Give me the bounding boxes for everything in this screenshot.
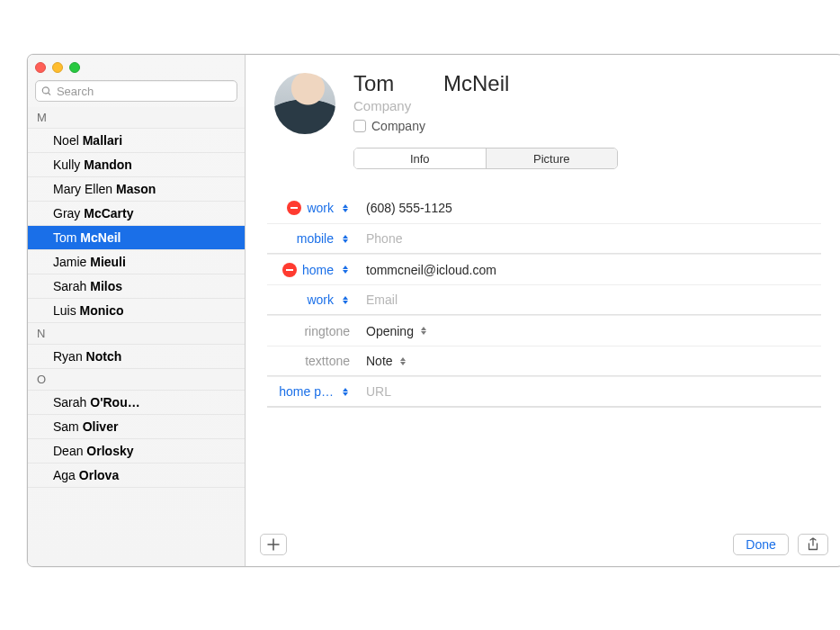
field-label: ringtone [304,324,350,338]
card-fields: work(608) 555-1125mobilePhonehometommcne… [267,193,821,408]
field-label[interactable]: work [307,292,334,307]
list-section-header: M [28,107,245,129]
search-field[interactable] [35,80,237,102]
field-value[interactable]: URL [353,384,821,399]
field-value[interactable]: Email [353,292,821,307]
label-popup-icon[interactable] [341,293,350,306]
label-popup-icon[interactable] [341,385,350,398]
field-row-email: hometommcneil@icloud.com [267,254,821,284]
contacts-window: MNoel MallariKully MandonMary Ellen Maso… [27,54,840,567]
window-controls [28,55,245,75]
field-row-email: workEmail [267,284,821,315]
last-name-field[interactable] [443,71,542,96]
list-section-header: O [28,369,245,391]
field-value[interactable]: (608) 555-1125 [353,201,821,215]
field-value[interactable]: Opening [353,324,821,338]
add-field-button[interactable] [260,534,287,555]
contact-row[interactable]: Mary Ellen Mason [28,177,245,202]
contact-row[interactable]: Sam Oliver [28,415,245,439]
field-label: texttone [305,354,350,368]
contacts-list[interactable]: MNoel MallariKully MandonMary Ellen Maso… [28,107,245,566]
contact-row[interactable]: Aga Orlova [28,464,245,488]
window-minimize-button[interactable] [52,62,63,73]
contact-card: Company Company Info Picture work(608) 5… [246,55,840,566]
field-row-phone: work(608) 555-1125 [267,193,821,223]
plus-icon [267,538,280,551]
company-field[interactable]: Company [353,98,618,113]
sidebar: MNoel MallariKully MandonMary Ellen Maso… [28,55,246,566]
delete-field-button[interactable] [282,263,297,277]
share-button[interactable] [798,534,828,555]
field-label[interactable]: mobile [297,231,334,246]
label-popup-icon[interactable] [341,232,350,245]
field-row-url: home p…URL [267,376,821,407]
value-popup-icon[interactable] [398,355,407,367]
value-popup-icon[interactable] [419,325,428,338]
done-button[interactable]: Done [733,534,789,555]
contact-row[interactable]: Sarah O'Rou… [28,391,245,415]
field-row-texttone: texttoneNote [267,346,821,376]
field-value[interactable]: tommcneil@icloud.com [353,263,821,277]
tab-info[interactable]: Info [354,148,486,168]
field-label[interactable]: work [307,201,334,215]
contact-row[interactable]: Tom McNeil [28,226,245,250]
label-popup-icon[interactable] [341,202,350,214]
card-footer: Done [246,523,840,566]
card-tabs: Info Picture [353,148,618,169]
label-popup-icon[interactable] [341,264,350,276]
avatar[interactable] [274,73,335,134]
contact-row[interactable]: Noel Mallari [28,129,245,153]
share-icon [807,537,819,552]
tab-picture[interactable]: Picture [486,148,618,168]
window-zoom-button[interactable] [69,62,80,73]
company-checkbox-label: Company [371,119,425,133]
first-name-field[interactable] [353,71,434,96]
field-row-ringtone: ringtoneOpening [267,315,821,346]
window-close-button[interactable] [35,62,46,73]
contact-row[interactable]: Sarah Milos [28,274,245,299]
delete-field-button[interactable] [287,201,301,215]
field-row-phone: mobilePhone [267,223,821,254]
contact-row[interactable]: Gray McCarty [28,202,245,226]
contact-row[interactable]: Ryan Notch [28,345,245,369]
search-input[interactable] [57,85,231,98]
field-value[interactable]: Phone [353,231,821,246]
company-checkbox[interactable] [353,120,366,132]
contact-row[interactable]: Luis Monico [28,299,245,323]
field-label[interactable]: home p… [279,384,334,399]
contact-row[interactable]: Kully Mandon [28,153,245,177]
contact-row[interactable]: Jamie Mieuli [28,250,245,274]
contact-row[interactable]: Dean Orlosky [28,439,245,464]
field-value[interactable]: Note [353,354,821,368]
field-label[interactable]: home [302,263,334,277]
search-icon [41,86,52,97]
list-section-header: N [28,323,245,345]
